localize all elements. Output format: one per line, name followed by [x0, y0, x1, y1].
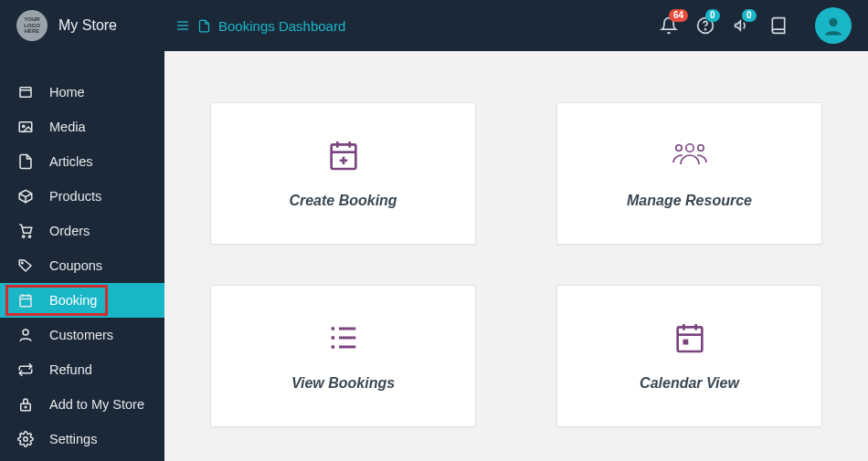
notifications-badge: 64 — [669, 9, 688, 22]
logo: YOUR LOGO HERE — [16, 10, 48, 41]
sidebar-item-label: Orders — [49, 224, 90, 238]
notifications-button[interactable]: 64 — [660, 16, 678, 35]
view-bookings-icon — [325, 320, 362, 355]
sidebar-item-media[interactable]: Media — [0, 110, 164, 144]
main-content: Create Booking Manage Resource — [164, 51, 868, 461]
sidebar: Home Media Articles Products Orders — [0, 51, 164, 461]
svg-point-34 — [331, 336, 334, 340]
topbar: YOUR LOGO HERE My Store Bookings Dashboa… — [0, 0, 868, 51]
docs-button[interactable] — [769, 16, 788, 35]
svg-point-29 — [675, 145, 681, 151]
create-booking-icon — [325, 138, 362, 173]
svg-point-31 — [697, 145, 703, 151]
svg-point-13 — [22, 262, 24, 264]
tile-create-booking[interactable]: Create Booking — [210, 102, 476, 245]
orders-icon — [16, 223, 35, 239]
svg-point-22 — [24, 437, 28, 442]
tile-label: Create Booking — [289, 193, 397, 209]
sidebar-item-label: Booking — [49, 293, 97, 308]
svg-point-18 — [23, 330, 28, 335]
announce-button[interactable]: 0 — [733, 16, 751, 35]
manage-resource-icon — [668, 138, 712, 173]
sidebar-item-refund[interactable]: Refund — [0, 352, 164, 387]
sidebar-item-label: Home — [49, 85, 85, 100]
svg-point-36 — [331, 345, 334, 349]
sidebar-item-products[interactable]: Products — [0, 179, 164, 214]
tile-calendar-view[interactable]: Calendar View — [556, 285, 822, 427]
breadcrumb[interactable]: Bookings Dashboard — [175, 18, 345, 34]
add-store-icon — [16, 396, 35, 413]
sidebar-item-label: Products — [49, 189, 101, 204]
coupons-icon — [16, 257, 35, 274]
svg-rect-23 — [331, 144, 355, 169]
articles-icon — [16, 153, 35, 170]
svg-point-4 — [705, 29, 706, 30]
sidebar-item-label: Articles — [49, 154, 93, 169]
breadcrumb-text: Bookings Dashboard — [218, 18, 345, 34]
svg-point-9 — [23, 125, 25, 127]
svg-point-32 — [331, 327, 334, 330]
svg-point-30 — [685, 144, 693, 152]
sidebar-item-articles[interactable]: Articles — [0, 144, 164, 179]
logo-text: YOUR LOGO HERE — [16, 16, 48, 35]
sidebar-item-label: Customers — [49, 328, 113, 342]
sidebar-item-label: Settings — [49, 432, 97, 446]
sidebar-item-booking[interactable]: Booking — [0, 283, 164, 318]
calendar-view-icon — [672, 320, 708, 355]
home-icon — [16, 84, 35, 100]
help-button[interactable]: 0 — [696, 16, 715, 35]
menu-icon[interactable] — [175, 18, 190, 33]
svg-rect-6 — [20, 88, 31, 98]
sidebar-item-label: Coupons — [49, 258, 102, 273]
help-badge: 0 — [705, 9, 720, 22]
svg-point-12 — [28, 236, 30, 237]
refund-icon — [16, 361, 35, 378]
svg-rect-42 — [683, 340, 688, 345]
sidebar-item-coupons[interactable]: Coupons — [0, 248, 164, 283]
media-icon — [16, 119, 35, 135]
sidebar-item-orders[interactable]: Orders — [0, 214, 164, 248]
sidebar-item-label: Refund — [49, 362, 92, 377]
customers-icon — [16, 327, 35, 343]
tile-label: Manage Resource — [627, 193, 752, 209]
settings-icon — [16, 431, 35, 447]
svg-rect-14 — [20, 296, 31, 307]
user-icon — [820, 13, 846, 38]
sidebar-item-customers[interactable]: Customers — [0, 318, 164, 352]
store-name[interactable]: My Store — [58, 17, 117, 34]
document-icon — [197, 19, 211, 33]
sidebar-item-label: Media — [49, 120, 86, 134]
svg-point-5 — [829, 18, 837, 26]
sidebar-item-settings[interactable]: Settings — [0, 422, 164, 456]
products-icon — [16, 188, 35, 204]
top-actions: 64 0 0 — [660, 7, 852, 44]
announce-badge: 0 — [742, 9, 757, 22]
svg-rect-38 — [677, 327, 702, 351]
avatar[interactable] — [815, 7, 852, 44]
tile-label: Calendar View — [640, 375, 739, 392]
tile-label: View Bookings — [291, 375, 395, 392]
book-icon — [769, 16, 788, 35]
sidebar-item-add-store[interactable]: Add to My Store — [0, 387, 164, 422]
booking-icon — [16, 292, 35, 309]
tile-manage-resource[interactable]: Manage Resource — [556, 102, 822, 245]
svg-point-11 — [23, 236, 25, 237]
sidebar-item-home[interactable]: Home — [0, 75, 164, 110]
tile-view-bookings[interactable]: View Bookings — [210, 285, 476, 427]
sidebar-item-label: Add to My Store — [49, 397, 144, 412]
